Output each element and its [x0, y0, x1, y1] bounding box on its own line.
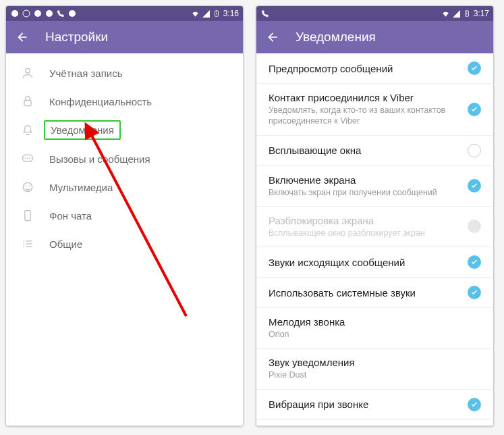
settings-content: Учётная записьКонфиденциальностьУведомле…: [6, 53, 243, 426]
app-icon: [10, 9, 19, 18]
call-icon: [56, 9, 65, 18]
svg-point-2: [34, 10, 41, 17]
toggle[interactable]: [468, 398, 481, 411]
notif-subtitle: Уведомлять, когда кто-то из ваших контак…: [269, 105, 468, 127]
settings-item-label: Конфиденциальность: [49, 96, 152, 107]
back-icon[interactable]: [16, 30, 29, 44]
svg-point-21: [23, 246, 24, 247]
status-time: 3:17: [474, 9, 489, 18]
svg-point-4: [69, 10, 76, 17]
skype-icon: [33, 9, 42, 18]
settings-item-media[interactable]: Мультимедиа: [6, 173, 243, 201]
notif-title: Звук уведомления: [269, 357, 481, 368]
chat-icon: [21, 152, 34, 165]
page-title: Уведомления: [296, 30, 376, 45]
settings-item-label: Учётная запись: [49, 68, 123, 79]
toggle[interactable]: [468, 179, 481, 193]
viber-icon: [67, 9, 76, 18]
settings-item-chat[interactable]: Вызовы и сообщения: [6, 145, 243, 173]
app-bar: Уведомления: [256, 21, 493, 53]
svg-point-15: [29, 186, 30, 187]
svg-point-14: [26, 186, 27, 187]
toggle: [468, 220, 481, 233]
settings-item-list[interactable]: Общие: [6, 230, 243, 258]
svg-point-0: [11, 10, 18, 17]
notif-title: Всплывающие окна: [269, 145, 468, 156]
notif-subtitle: Orion: [269, 329, 481, 340]
notif-title: Контакт присоединился к Viber: [269, 92, 468, 103]
settings-item-label: Вызовы и сообщения: [49, 153, 150, 165]
svg-point-12: [30, 157, 31, 159]
svg-point-1: [23, 10, 30, 17]
notif-title: Мелодия звонка: [269, 316, 481, 328]
notif-row[interactable]: Мелодия звонкаOrion: [256, 308, 493, 349]
lock-icon: [21, 95, 34, 108]
call-icon: [260, 9, 269, 18]
user-icon: [21, 66, 34, 80]
notif-title: Разблокировка экрана: [269, 215, 468, 226]
svg-point-3: [46, 10, 53, 17]
notif-row[interactable]: Разблокировка экранаВсплывающее окно раз…: [256, 207, 493, 247]
settings-item-label: Уведомления: [44, 120, 121, 140]
notif-subtitle: Включать экран при получении сообщений: [269, 187, 468, 198]
svg-point-11: [27, 157, 28, 159]
notif-title: Звуки исходящих сообщений: [269, 257, 468, 268]
app-icon: [22, 9, 30, 18]
signal-icon: [452, 9, 461, 18]
svg-rect-6: [216, 10, 218, 11]
notif-subtitle: Pixie Dust: [269, 369, 481, 380]
signal-icon: [202, 9, 211, 18]
bell-icon: [21, 124, 34, 137]
notif-row[interactable]: Предпросмотр сообщений: [256, 53, 493, 84]
battery-icon: [463, 9, 472, 18]
svg-point-10: [25, 157, 26, 159]
settings-item-phone-bg[interactable]: Фон чата: [6, 201, 243, 230]
notif-subtitle: Всплывающее окно разблокирует экран: [269, 228, 468, 238]
notif-title: Предпросмотр сообщений: [269, 63, 468, 74]
toggle[interactable]: [468, 144, 481, 157]
svg-point-19: [23, 243, 24, 245]
toggle[interactable]: [468, 61, 481, 75]
notif-row[interactable]: Звуки исходящих сообщений: [256, 247, 493, 278]
notif-title: Вибрация при звонке: [269, 399, 468, 410]
wifi-icon: [441, 9, 450, 18]
wifi-icon: [191, 9, 200, 18]
toggle[interactable]: [468, 255, 481, 269]
settings-item-bell[interactable]: Уведомления: [6, 116, 243, 145]
settings-item-label: Мультимедиа: [49, 182, 113, 193]
page-title: Настройки: [45, 30, 108, 45]
left-phone: 3:16 Настройки Учётная записьКонфиденциа…: [5, 5, 244, 426]
notif-row[interactable]: Использовать системные звуки: [256, 278, 493, 308]
notif-row[interactable]: Включение экранаВключать экран при получ…: [256, 166, 493, 207]
notif-title: Использовать системные звуки: [269, 287, 468, 299]
settings-item-label: Общие: [49, 238, 82, 250]
svg-rect-24: [466, 10, 468, 11]
back-icon[interactable]: [266, 30, 279, 44]
svg-point-17: [23, 240, 24, 242]
svg-point-7: [26, 68, 30, 73]
battery-icon: [213, 9, 221, 18]
list-icon: [21, 237, 34, 251]
notif-row[interactable]: Контакт присоединился к ViberУведомлять,…: [256, 84, 493, 136]
notif-row[interactable]: Звук уведомленияPixie Dust: [256, 349, 493, 389]
media-icon: [21, 180, 34, 194]
toggle[interactable]: [468, 103, 481, 116]
app-bar: Настройки: [6, 21, 243, 53]
notif-row[interactable]: Вибрация при звонке: [256, 390, 493, 420]
status-time: 3:16: [223, 9, 239, 18]
notif-title: Включение экрана: [269, 174, 468, 186]
status-bar: 3:17: [256, 6, 493, 21]
phone-bg-icon: [21, 209, 34, 222]
svg-rect-8: [24, 100, 31, 105]
toggle[interactable]: [468, 286, 481, 299]
settings-item-lock[interactable]: Конфиденциальность: [6, 87, 243, 116]
status-bar: 3:16: [6, 6, 243, 21]
settings-item-label: Фон чата: [49, 210, 92, 222]
settings-item-user[interactable]: Учётная запись: [6, 59, 243, 87]
notif-row[interactable]: Всплывающие окна: [256, 136, 493, 166]
svg-rect-16: [25, 211, 30, 221]
whatsapp-icon: [45, 9, 53, 18]
notifications-content: Предпросмотр сообщенийКонтакт присоедини…: [256, 53, 493, 426]
right-phone: 3:17 Уведомления Предпросмотр сообщенийК…: [256, 5, 494, 426]
svg-point-13: [23, 182, 32, 191]
